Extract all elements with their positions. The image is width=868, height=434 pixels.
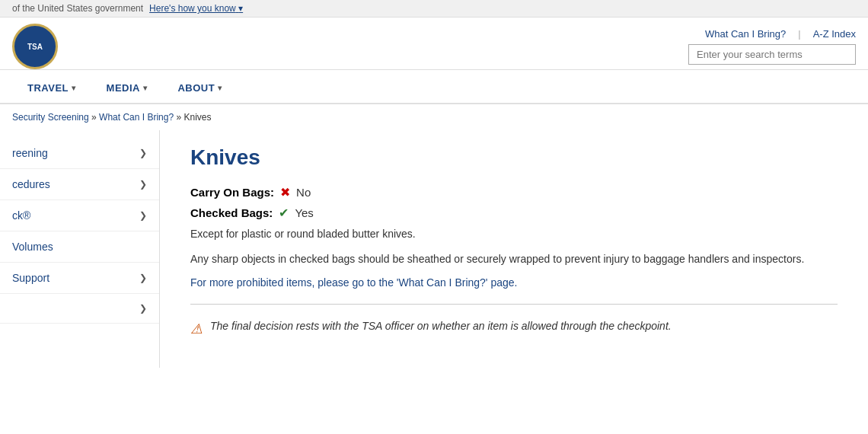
breadcrumb-security[interactable]: Security Screening [12, 112, 89, 123]
header-links: What Can I Bring? | A-Z Index [705, 28, 856, 40]
carry-on-value: No [296, 186, 311, 199]
nav-travel[interactable]: TRAVEL ▾ [12, 73, 91, 103]
search-input[interactable] [688, 44, 856, 65]
more-items-link[interactable]: For more prohibited items, please go to … [190, 276, 517, 289]
checked-bags-row: Checked Bags: ✔ Yes [190, 206, 838, 220]
sidebar-label-precheck: ck® [12, 209, 30, 222]
nav-bar: TRAVEL ▾ MEDIA ▾ ABOUT ▾ [0, 73, 868, 104]
carry-on-label: Carry On Bags: [190, 186, 274, 199]
nav-media[interactable]: MEDIA ▾ [91, 73, 163, 103]
az-index-link[interactable]: A-Z Index [813, 28, 856, 40]
warning-box: ⚠ The final decision rests with the TSA … [190, 320, 838, 337]
breadcrumb-current: Knives [183, 112, 211, 123]
sidebar-label-volumes: Volumes [12, 241, 53, 253]
nav-about[interactable]: ABOUT ▾ [162, 73, 237, 103]
carry-on-row: Carry On Bags: ✖ No [190, 185, 838, 199]
description-text: Any sharp objects in checked bags should… [190, 251, 838, 267]
header: TSA What Can I Bring? | A-Z Index [0, 18, 868, 70]
sidebar-chevron-procedures: ❯ [139, 179, 147, 190]
what-can-i-bring-link[interactable]: What Can I Bring? [705, 28, 786, 40]
sidebar-item-procedures[interactable]: cedures ❯ [0, 169, 159, 200]
sidebar-label-screening: reening [12, 147, 48, 159]
main-layout: reening ❯ cedures ❯ ck® ❯ Volumes Suppor… [0, 130, 868, 368]
sidebar-label-support: Support [12, 272, 49, 284]
breadcrumb: Security Screening » What Can I Bring? »… [0, 104, 868, 130]
warning-text: The final decision rests with the TSA of… [210, 320, 672, 332]
breadcrumb-what-can-i-bring[interactable]: What Can I Bring? [99, 112, 174, 123]
header-right: What Can I Bring? | A-Z Index [688, 28, 856, 65]
checked-label: Checked Bags: [190, 206, 273, 219]
gov-banner-text: of the United States government [12, 3, 143, 14]
sidebar-label-procedures: cedures [12, 178, 50, 190]
sidebar: reening ❯ cedures ❯ ck® ❯ Volumes Suppor… [0, 130, 160, 368]
sidebar-chevron-extra: ❯ [139, 303, 147, 314]
no-icon: ✖ [280, 185, 290, 199]
exception-text: Except for plastic or round bladed butte… [190, 226, 838, 242]
sidebar-chevron-screening: ❯ [139, 148, 147, 158]
about-chevron-icon: ▾ [218, 84, 222, 92]
sidebar-chevron-support: ❯ [139, 273, 147, 283]
gov-banner: of the United States government Here's h… [0, 0, 868, 18]
link-divider: | [798, 28, 800, 40]
content: Knives Carry On Bags: ✖ No Checked Bags:… [160, 130, 868, 368]
sidebar-item-volumes[interactable]: Volumes [0, 231, 159, 263]
media-chevron-icon: ▾ [143, 84, 148, 92]
yes-icon: ✔ [279, 206, 289, 220]
divider [190, 304, 838, 305]
gov-banner-link[interactable]: Here's how you know ▾ [149, 3, 243, 14]
sidebar-item-support[interactable]: Support ❯ [0, 263, 159, 294]
sidebar-chevron-precheck: ❯ [139, 210, 147, 221]
travel-chevron-icon: ▾ [72, 84, 76, 92]
sidebar-item-extra[interactable]: ❯ [0, 294, 159, 324]
logo: TSA [12, 24, 58, 69]
page-title: Knives [190, 145, 838, 170]
header-left: TSA [12, 24, 58, 69]
warning-icon: ⚠ [190, 321, 203, 337]
checked-value: Yes [295, 206, 313, 219]
sidebar-item-precheck[interactable]: ck® ❯ [0, 200, 159, 231]
sidebar-item-screening[interactable]: reening ❯ [0, 138, 159, 169]
